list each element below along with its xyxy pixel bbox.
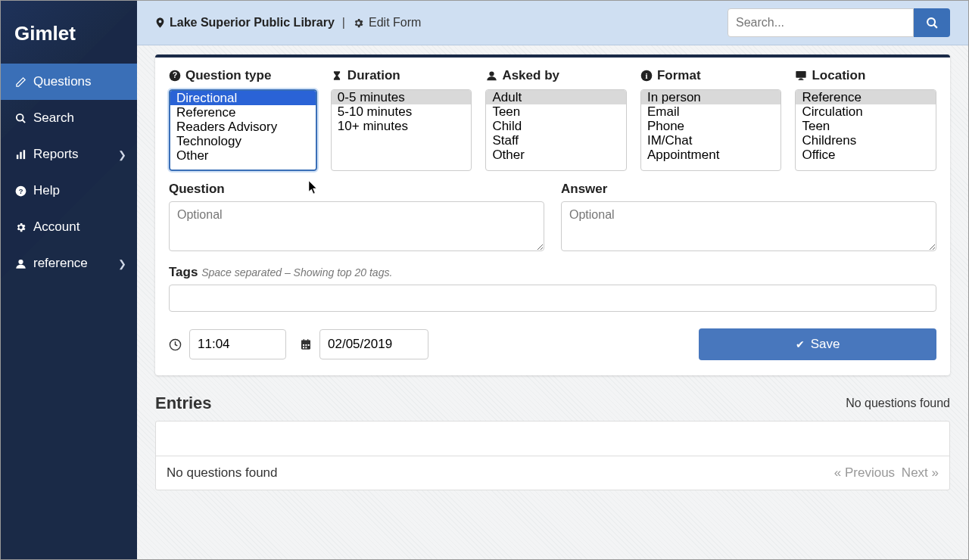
calendar-icon [300,338,312,350]
search-icon [14,112,26,124]
option[interactable]: 10+ minutes [332,119,472,133]
listbox-duration[interactable]: 0-5 minutes5-10 minutes10+ minutes [331,89,472,171]
option[interactable]: Reference [170,105,316,120]
tags-hint: Space separated – Showing top 20 tags. [201,266,392,278]
svg-rect-17 [799,79,804,80]
tags-input[interactable] [169,285,936,312]
search-box [728,8,950,37]
question-label: Question [169,182,544,197]
svg-line-1 [22,120,25,123]
search-button[interactable] [914,8,950,37]
option[interactable]: Phone [641,119,781,133]
option[interactable]: Circulation [796,104,936,119]
answer-label: Answer [561,182,936,197]
svg-rect-3 [20,151,22,158]
branch[interactable]: Lake Superior Public Library [155,16,335,30]
option[interactable]: Teen [796,119,936,133]
sidebar-item-reports[interactable]: Reports❯ [1,136,137,173]
option[interactable]: Other [170,148,316,163]
answer-input[interactable] [561,201,936,251]
svg-rect-16 [799,78,802,79]
sidebar-item-label: reference [33,256,88,271]
option[interactable]: Technology [170,134,316,148]
option[interactable]: IM/Chat [641,133,781,148]
bar-chart-icon [14,148,26,160]
save-label: Save [811,337,840,352]
option[interactable]: Child [486,119,626,133]
sidebar-item-questions[interactable]: Questions [1,64,137,100]
search-input[interactable] [728,8,914,37]
svg-rect-4 [23,150,25,159]
main: Lake Superior Public Library | Edit Form… [137,1,968,559]
entries-title: Entries [155,394,212,413]
listbox-location[interactable]: ReferenceCirculationTeenChildrensOffice [795,89,936,171]
listbox-question-type[interactable]: DirectionalReferenceReaders AdvisoryTech… [169,89,317,171]
sidebar-item-account[interactable]: Account [1,209,137,245]
svg-rect-23 [303,344,304,346]
svg-point-7 [18,259,23,263]
field-label: Location [795,68,936,83]
question-circle-icon: ? [14,185,26,197]
option[interactable]: Directional [170,91,316,105]
user-icon [485,70,497,82]
question-input[interactable] [169,201,544,251]
svg-rect-2 [16,154,18,159]
save-button[interactable]: ✔ Save [699,328,936,360]
listbox-format[interactable]: In personEmailPhoneIM/ChatAppointment [640,89,782,171]
sidebar-item-label: Reports [33,147,79,162]
svg-text:?: ? [173,71,177,79]
sidebar-item-search[interactable]: Search [1,100,137,136]
option[interactable]: Email [641,104,781,119]
sidebar-item-label: Account [33,219,79,235]
svg-text:?: ? [18,187,23,194]
option[interactable]: Appointment [641,148,781,162]
svg-rect-20 [301,341,310,343]
gear-icon [353,17,364,29]
svg-point-12 [489,71,494,76]
field-label: Asked by [485,68,627,83]
sidebar-item-reference[interactable]: reference❯ [1,245,137,282]
pagination: « Previous Next » [834,465,939,481]
topbar: Lake Superior Public Library | Edit Form [137,1,968,45]
prev-link[interactable]: « Previous [834,465,895,480]
svg-point-8 [927,18,935,26]
svg-rect-25 [308,344,310,346]
option[interactable]: Other [486,148,626,162]
svg-rect-27 [305,347,307,348]
entries-summary: No questions found [846,397,950,410]
time-input[interactable] [189,329,286,359]
brand-title: Gimlet [1,1,137,64]
search-icon [926,17,939,30]
option[interactable]: In person [641,90,781,104]
svg-rect-24 [305,344,307,346]
option[interactable]: Teen [486,104,626,119]
branch-name: Lake Superior Public Library [170,16,335,30]
sidebar-item-help[interactable]: ?Help [1,173,137,209]
clock-icon [169,338,182,351]
sidebar-item-label: Search [33,110,74,126]
entries-box: No questions found « Previous Next » [155,421,950,490]
date-input[interactable] [319,329,428,359]
check-icon: ✔ [796,338,805,350]
user-icon [14,257,26,269]
svg-rect-15 [796,71,806,78]
option[interactable]: Office [796,148,936,162]
sidebar-item-label: Questions [33,74,92,89]
option[interactable]: Readers Advisory [170,120,316,134]
listbox-asked-by[interactable]: AdultTeenChildStaffOther [485,89,627,171]
map-pin-icon [155,17,165,29]
sidebar: Gimlet QuestionsSearchReports❯?HelpAccou… [1,1,137,559]
option[interactable]: Childrens [796,133,936,148]
question-form-card: ?Question typeDirectionalReferenceReader… [155,54,950,375]
sidebar-item-label: Help [33,183,60,198]
option[interactable]: Reference [796,90,936,104]
edit-form-link[interactable]: Edit Form [353,16,421,30]
question-circle-icon: ? [169,70,181,82]
option[interactable]: 0-5 minutes [332,90,472,104]
option[interactable]: Adult [486,90,626,104]
option[interactable]: 5-10 minutes [332,104,472,119]
gear-icon [14,221,26,233]
hourglass-icon [331,70,343,82]
option[interactable]: Staff [486,133,626,148]
next-link[interactable]: Next » [902,465,939,480]
